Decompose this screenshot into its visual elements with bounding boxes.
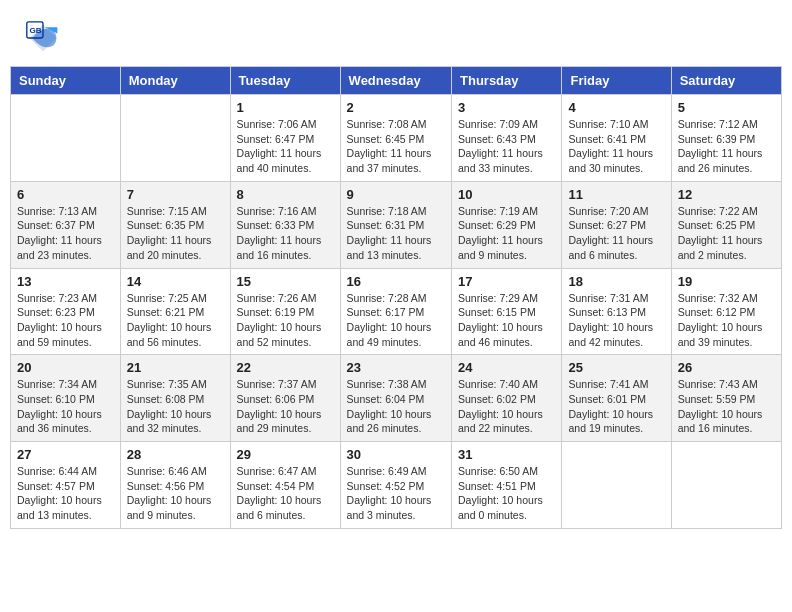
calendar-cell: 26Sunrise: 7:43 AM Sunset: 5:59 PM Dayli… bbox=[671, 355, 781, 442]
day-header-sunday: Sunday bbox=[11, 67, 121, 95]
day-content: Sunrise: 7:18 AM Sunset: 6:31 PM Dayligh… bbox=[347, 204, 445, 263]
calendar-cell: 5Sunrise: 7:12 AM Sunset: 6:39 PM Daylig… bbox=[671, 95, 781, 182]
day-number: 10 bbox=[458, 187, 555, 202]
calendar-cell: 29Sunrise: 6:47 AM Sunset: 4:54 PM Dayli… bbox=[230, 442, 340, 529]
calendar-cell bbox=[120, 95, 230, 182]
calendar-cell: 1Sunrise: 7:06 AM Sunset: 6:47 PM Daylig… bbox=[230, 95, 340, 182]
calendar-cell: 22Sunrise: 7:37 AM Sunset: 6:06 PM Dayli… bbox=[230, 355, 340, 442]
calendar-cell: 13Sunrise: 7:23 AM Sunset: 6:23 PM Dayli… bbox=[11, 268, 121, 355]
day-content: Sunrise: 7:12 AM Sunset: 6:39 PM Dayligh… bbox=[678, 117, 775, 176]
day-content: Sunrise: 7:20 AM Sunset: 6:27 PM Dayligh… bbox=[568, 204, 664, 263]
day-content: Sunrise: 7:35 AM Sunset: 6:08 PM Dayligh… bbox=[127, 377, 224, 436]
day-number: 8 bbox=[237, 187, 334, 202]
calendar-cell: 21Sunrise: 7:35 AM Sunset: 6:08 PM Dayli… bbox=[120, 355, 230, 442]
day-header-monday: Monday bbox=[120, 67, 230, 95]
day-number: 2 bbox=[347, 100, 445, 115]
day-content: Sunrise: 7:16 AM Sunset: 6:33 PM Dayligh… bbox=[237, 204, 334, 263]
day-number: 28 bbox=[127, 447, 224, 462]
day-number: 9 bbox=[347, 187, 445, 202]
day-content: Sunrise: 6:49 AM Sunset: 4:52 PM Dayligh… bbox=[347, 464, 445, 523]
day-number: 4 bbox=[568, 100, 664, 115]
day-number: 19 bbox=[678, 274, 775, 289]
calendar-cell: 16Sunrise: 7:28 AM Sunset: 6:17 PM Dayli… bbox=[340, 268, 451, 355]
day-number: 16 bbox=[347, 274, 445, 289]
calendar-cell: 31Sunrise: 6:50 AM Sunset: 4:51 PM Dayli… bbox=[452, 442, 562, 529]
day-number: 25 bbox=[568, 360, 664, 375]
calendar-cell: 2Sunrise: 7:08 AM Sunset: 6:45 PM Daylig… bbox=[340, 95, 451, 182]
day-content: Sunrise: 7:25 AM Sunset: 6:21 PM Dayligh… bbox=[127, 291, 224, 350]
calendar-cell: 6Sunrise: 7:13 AM Sunset: 6:37 PM Daylig… bbox=[11, 181, 121, 268]
day-number: 24 bbox=[458, 360, 555, 375]
calendar-cell: 23Sunrise: 7:38 AM Sunset: 6:04 PM Dayli… bbox=[340, 355, 451, 442]
day-number: 21 bbox=[127, 360, 224, 375]
day-header-friday: Friday bbox=[562, 67, 671, 95]
day-content: Sunrise: 7:28 AM Sunset: 6:17 PM Dayligh… bbox=[347, 291, 445, 350]
calendar-cell: 25Sunrise: 7:41 AM Sunset: 6:01 PM Dayli… bbox=[562, 355, 671, 442]
calendar-header-row: SundayMondayTuesdayWednesdayThursdayFrid… bbox=[11, 67, 782, 95]
day-number: 13 bbox=[17, 274, 114, 289]
calendar-cell: 12Sunrise: 7:22 AM Sunset: 6:25 PM Dayli… bbox=[671, 181, 781, 268]
calendar-cell: 8Sunrise: 7:16 AM Sunset: 6:33 PM Daylig… bbox=[230, 181, 340, 268]
calendar-cell: 30Sunrise: 6:49 AM Sunset: 4:52 PM Dayli… bbox=[340, 442, 451, 529]
day-content: Sunrise: 7:15 AM Sunset: 6:35 PM Dayligh… bbox=[127, 204, 224, 263]
day-number: 3 bbox=[458, 100, 555, 115]
day-content: Sunrise: 7:13 AM Sunset: 6:37 PM Dayligh… bbox=[17, 204, 114, 263]
day-content: Sunrise: 7:32 AM Sunset: 6:12 PM Dayligh… bbox=[678, 291, 775, 350]
day-number: 14 bbox=[127, 274, 224, 289]
calendar-cell: 10Sunrise: 7:19 AM Sunset: 6:29 PM Dayli… bbox=[452, 181, 562, 268]
calendar-cell: 14Sunrise: 7:25 AM Sunset: 6:21 PM Dayli… bbox=[120, 268, 230, 355]
calendar-cell bbox=[562, 442, 671, 529]
day-content: Sunrise: 7:19 AM Sunset: 6:29 PM Dayligh… bbox=[458, 204, 555, 263]
day-content: Sunrise: 7:38 AM Sunset: 6:04 PM Dayligh… bbox=[347, 377, 445, 436]
day-number: 6 bbox=[17, 187, 114, 202]
day-content: Sunrise: 7:22 AM Sunset: 6:25 PM Dayligh… bbox=[678, 204, 775, 263]
day-number: 23 bbox=[347, 360, 445, 375]
calendar-week-row: 1Sunrise: 7:06 AM Sunset: 6:47 PM Daylig… bbox=[11, 95, 782, 182]
calendar-cell: 19Sunrise: 7:32 AM Sunset: 6:12 PM Dayli… bbox=[671, 268, 781, 355]
calendar-cell: 9Sunrise: 7:18 AM Sunset: 6:31 PM Daylig… bbox=[340, 181, 451, 268]
calendar-cell: 11Sunrise: 7:20 AM Sunset: 6:27 PM Dayli… bbox=[562, 181, 671, 268]
calendar-week-row: 20Sunrise: 7:34 AM Sunset: 6:10 PM Dayli… bbox=[11, 355, 782, 442]
calendar-week-row: 6Sunrise: 7:13 AM Sunset: 6:37 PM Daylig… bbox=[11, 181, 782, 268]
day-number: 1 bbox=[237, 100, 334, 115]
day-number: 7 bbox=[127, 187, 224, 202]
day-content: Sunrise: 7:06 AM Sunset: 6:47 PM Dayligh… bbox=[237, 117, 334, 176]
day-number: 15 bbox=[237, 274, 334, 289]
calendar-cell: 28Sunrise: 6:46 AM Sunset: 4:56 PM Dayli… bbox=[120, 442, 230, 529]
day-number: 18 bbox=[568, 274, 664, 289]
day-content: Sunrise: 7:43 AM Sunset: 5:59 PM Dayligh… bbox=[678, 377, 775, 436]
calendar-cell: 7Sunrise: 7:15 AM Sunset: 6:35 PM Daylig… bbox=[120, 181, 230, 268]
day-header-saturday: Saturday bbox=[671, 67, 781, 95]
calendar-table: SundayMondayTuesdayWednesdayThursdayFrid… bbox=[10, 66, 782, 529]
day-number: 17 bbox=[458, 274, 555, 289]
day-content: Sunrise: 7:29 AM Sunset: 6:15 PM Dayligh… bbox=[458, 291, 555, 350]
day-content: Sunrise: 6:46 AM Sunset: 4:56 PM Dayligh… bbox=[127, 464, 224, 523]
calendar-cell: 15Sunrise: 7:26 AM Sunset: 6:19 PM Dayli… bbox=[230, 268, 340, 355]
day-number: 31 bbox=[458, 447, 555, 462]
calendar-cell: 18Sunrise: 7:31 AM Sunset: 6:13 PM Dayli… bbox=[562, 268, 671, 355]
day-number: 22 bbox=[237, 360, 334, 375]
svg-text:GB: GB bbox=[30, 26, 42, 35]
day-content: Sunrise: 6:47 AM Sunset: 4:54 PM Dayligh… bbox=[237, 464, 334, 523]
day-number: 20 bbox=[17, 360, 114, 375]
calendar-week-row: 27Sunrise: 6:44 AM Sunset: 4:57 PM Dayli… bbox=[11, 442, 782, 529]
logo-icon: GB bbox=[25, 20, 61, 56]
calendar-cell: 3Sunrise: 7:09 AM Sunset: 6:43 PM Daylig… bbox=[452, 95, 562, 182]
day-number: 12 bbox=[678, 187, 775, 202]
day-content: Sunrise: 7:10 AM Sunset: 6:41 PM Dayligh… bbox=[568, 117, 664, 176]
day-number: 26 bbox=[678, 360, 775, 375]
calendar-cell: 24Sunrise: 7:40 AM Sunset: 6:02 PM Dayli… bbox=[452, 355, 562, 442]
day-content: Sunrise: 7:34 AM Sunset: 6:10 PM Dayligh… bbox=[17, 377, 114, 436]
logo: GB bbox=[25, 20, 63, 56]
calendar-cell bbox=[11, 95, 121, 182]
page-header: GB bbox=[10, 10, 782, 61]
calendar-cell bbox=[671, 442, 781, 529]
day-header-tuesday: Tuesday bbox=[230, 67, 340, 95]
day-content: Sunrise: 7:31 AM Sunset: 6:13 PM Dayligh… bbox=[568, 291, 664, 350]
day-content: Sunrise: 7:26 AM Sunset: 6:19 PM Dayligh… bbox=[237, 291, 334, 350]
calendar-cell: 17Sunrise: 7:29 AM Sunset: 6:15 PM Dayli… bbox=[452, 268, 562, 355]
day-content: Sunrise: 7:41 AM Sunset: 6:01 PM Dayligh… bbox=[568, 377, 664, 436]
day-number: 30 bbox=[347, 447, 445, 462]
day-header-wednesday: Wednesday bbox=[340, 67, 451, 95]
calendar-cell: 27Sunrise: 6:44 AM Sunset: 4:57 PM Dayli… bbox=[11, 442, 121, 529]
